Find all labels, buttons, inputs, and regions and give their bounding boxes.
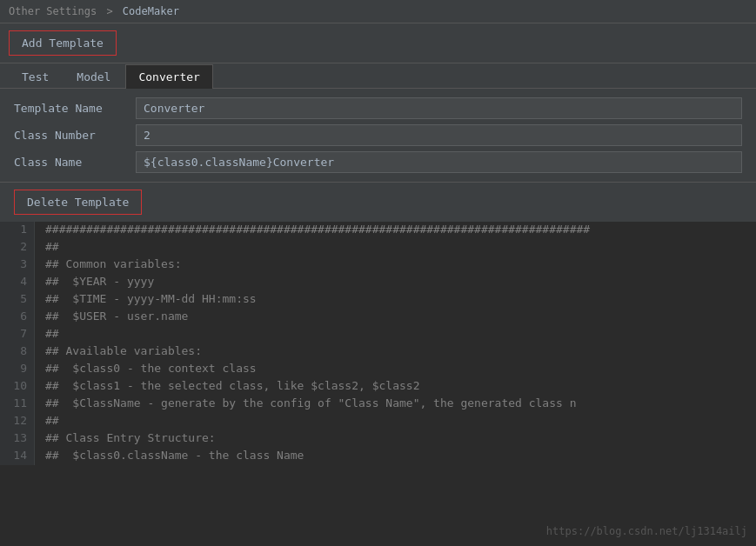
line-number: 12	[0, 413, 35, 430]
line-content: ## Available variables:	[35, 343, 202, 361]
class-number-row: Class Number	[14, 124, 742, 146]
line-number: 10	[0, 378, 35, 396]
breadcrumb: Other Settings > CodeMaker	[0, 0, 756, 23]
line-number: 11	[0, 396, 35, 413]
line-content: ## $ClassName - generate by the config o…	[35, 396, 576, 413]
code-editor[interactable]: 1#######################################…	[0, 222, 756, 491]
code-line: 2##	[0, 239, 756, 256]
line-number: 2	[0, 239, 35, 256]
line-number: 6	[0, 309, 35, 326]
line-content: ##	[35, 326, 59, 343]
code-line: 7##	[0, 326, 756, 343]
toolbar: Add Template	[0, 23, 756, 63]
line-content: ## $class0.className - the class Name	[35, 448, 304, 465]
line-number: 9	[0, 361, 35, 378]
code-line: 1#######################################…	[0, 222, 756, 239]
code-line: 3## Common variables:	[0, 256, 756, 274]
delete-row: Delete Template	[0, 183, 756, 222]
code-line: 14## $class0.className - the class Name	[0, 448, 756, 465]
code-line: 13## Class Entry Structure:	[0, 430, 756, 448]
line-content: ##	[35, 413, 59, 430]
line-number: 13	[0, 430, 35, 448]
template-name-input[interactable]	[136, 97, 742, 119]
breadcrumb-separator: >	[106, 5, 112, 17]
code-line: 6## $USER - user.name	[0, 309, 756, 326]
delete-template-button[interactable]: Delete Template	[14, 190, 142, 215]
code-line: 5## $TIME - yyyy-MM-dd HH:mm:ss	[0, 291, 756, 309]
line-content: ## Class Entry Structure:	[35, 430, 216, 448]
line-number: 5	[0, 291, 35, 309]
tab-converter[interactable]: Converter	[125, 64, 212, 89]
template-name-row: Template Name	[14, 97, 742, 119]
code-line: 11## $ClassName - generate by the config…	[0, 396, 756, 413]
line-content: ## $USER - user.name	[35, 309, 188, 326]
breadcrumb-current: CodeMaker	[123, 5, 179, 17]
template-name-label: Template Name	[14, 102, 136, 115]
tab-model[interactable]: Model	[64, 64, 124, 89]
line-number: 1	[0, 222, 35, 239]
code-line: 9## $class0 - the context class	[0, 361, 756, 378]
class-name-label: Class Name	[14, 156, 136, 169]
url-bar: https://blog.csdn.net/lj1314ailj	[546, 525, 747, 537]
form-section: Template Name Class Number Class Name	[0, 89, 756, 183]
class-name-input[interactable]	[136, 151, 742, 173]
tab-test[interactable]: Test	[9, 64, 62, 89]
line-content: ########################################…	[35, 222, 590, 239]
class-name-row: Class Name	[14, 151, 742, 173]
line-content: ##	[35, 239, 59, 256]
line-content: ## $YEAR - yyyy	[35, 274, 154, 291]
line-number: 8	[0, 343, 35, 361]
code-line: 4## $YEAR - yyyy	[0, 274, 756, 291]
code-line: 10## $class1 - the selected class, like …	[0, 378, 756, 396]
code-line: 12##	[0, 413, 756, 430]
line-content: ## $TIME - yyyy-MM-dd HH:mm:ss	[35, 291, 257, 309]
line-number: 3	[0, 256, 35, 274]
line-number: 7	[0, 326, 35, 343]
breadcrumb-parent: Other Settings	[9, 5, 97, 17]
class-number-input[interactable]	[136, 124, 742, 146]
add-template-button[interactable]: Add Template	[9, 30, 117, 56]
code-line: 8## Available variables:	[0, 343, 756, 361]
class-number-label: Class Number	[14, 129, 136, 142]
line-number: 14	[0, 448, 35, 465]
line-content: ## $class1 - the selected class, like $c…	[35, 378, 419, 396]
line-content: ## $class0 - the context class	[35, 361, 257, 378]
line-content: ## Common variables:	[35, 256, 182, 274]
line-number: 4	[0, 274, 35, 291]
tabs-bar: Test Model Converter	[0, 63, 756, 89]
